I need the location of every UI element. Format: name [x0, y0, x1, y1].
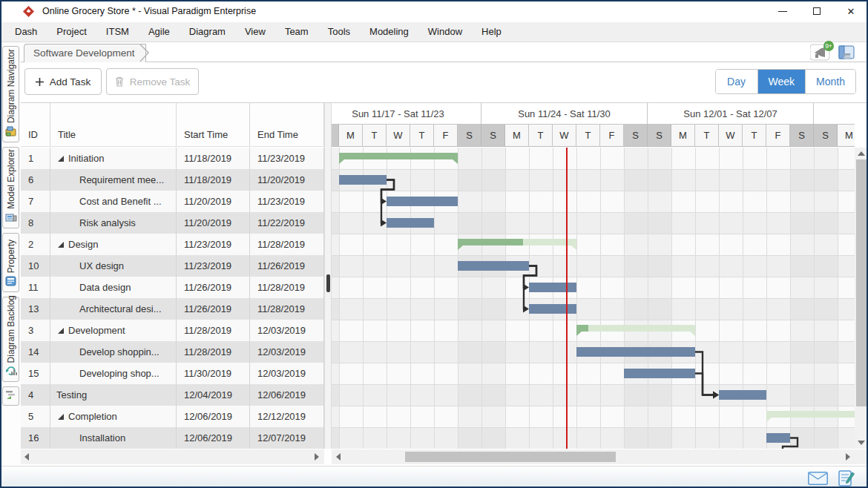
sidebar-tab-property[interactable]: Property — [2, 233, 19, 292]
table-row-task-8[interactable]: 8Risk analysis11/20/201911/22/2019 — [21, 212, 324, 234]
menu-item-agile[interactable]: Agile — [139, 22, 180, 42]
cell-end-time: 11/20/2019 — [250, 169, 324, 191]
chart-vscrollbar[interactable] — [855, 148, 868, 449]
summary-bar-5[interactable] — [766, 411, 855, 422]
cell-id: 15 — [21, 363, 50, 384]
cell-title: Develop shoppin... — [50, 341, 177, 363]
plus-icon — [36, 78, 44, 86]
table-row-task-4[interactable]: 4Testing12/04/201912/06/2019 — [21, 384, 324, 406]
task-table-header: IDTitleStart TimeEnd Time — [21, 103, 324, 147]
menu-bar: DashProjectITSMAgileDiagramViewTeamTools… — [0, 22, 868, 42]
scroll-right-icon[interactable] — [315, 453, 319, 461]
table-row-task-6[interactable]: 6Requirement mee...11/18/201911/20/2019 — [21, 169, 324, 191]
cell-start-time: 11/18/2019 — [177, 169, 250, 191]
menu-item-project[interactable]: Project — [47, 22, 96, 42]
sidebar-tab-diagram-navigator[interactable]: Diagram Navigator — [2, 46, 19, 142]
table-row-task-10[interactable]: 10UX design11/23/201911/26/2019 — [21, 255, 324, 277]
task-bar-14[interactable] — [576, 347, 695, 357]
table-row-task-13[interactable]: 13Architectural desi...11/26/201911/28/2… — [21, 298, 324, 320]
remove-task-button[interactable]: Remove Task — [106, 68, 199, 95]
column-header-title[interactable]: Title — [50, 103, 177, 146]
summary-bar-1[interactable] — [339, 153, 458, 164]
table-row-task-3[interactable]: 3Development11/28/201912/03/2019 — [21, 320, 324, 341]
task-bar-4[interactable] — [719, 390, 766, 400]
table-row-task-2[interactable]: 2Design11/23/201911/28/2019 — [21, 234, 324, 255]
menu-item-diagram[interactable]: Diagram — [180, 22, 235, 42]
task-bar-11[interactable] — [529, 283, 576, 292]
summary-bar-2[interactable] — [458, 239, 576, 250]
compose-icon[interactable] — [838, 469, 855, 487]
cell-title: Design — [50, 234, 177, 255]
scroll-right-icon[interactable] — [846, 453, 850, 461]
notification-badge: 9+ — [823, 41, 834, 51]
cell-title: UX design — [50, 255, 177, 277]
maximize-button[interactable] — [800, 0, 834, 22]
task-table-body: 1Initiation11/18/201911/23/20196Requirem… — [21, 148, 324, 449]
layout-panels-icon[interactable] — [838, 44, 856, 62]
task-bar-6[interactable] — [339, 175, 387, 185]
menu-item-team[interactable]: Team — [275, 22, 318, 42]
task-bar-16[interactable] — [766, 433, 790, 443]
cell-end-time: 12/03/2019 — [250, 341, 324, 363]
expand-collapse-icon[interactable] — [58, 242, 64, 248]
scroll-up-icon[interactable] — [858, 151, 865, 156]
sidebar-tab-diagram-backlog[interactable]: Diagram Backlog — [2, 297, 19, 382]
cell-id: 5 — [21, 406, 50, 427]
diagram-tab-software-development[interactable]: Software Development — [24, 44, 146, 62]
menu-item-help[interactable]: Help — [472, 22, 511, 42]
expand-collapse-icon[interactable] — [58, 414, 64, 420]
close-button[interactable]: ✕ — [834, 0, 868, 22]
scroll-down-icon[interactable] — [858, 441, 865, 445]
task-bar-10[interactable] — [458, 261, 529, 271]
cell-end-time: 12/03/2019 — [250, 363, 324, 384]
menu-item-window[interactable]: Window — [418, 22, 472, 42]
table-row-task-7[interactable]: 7Cost and Benefit ...11/20/201911/23/201… — [21, 191, 324, 212]
add-task-button[interactable]: Add Task — [24, 68, 102, 95]
task-bar-7[interactable] — [387, 197, 458, 206]
view-week-button[interactable]: Week — [758, 70, 806, 93]
task-bar-15[interactable] — [624, 369, 695, 378]
table-row-task-15[interactable]: 15Developing shop...11/30/201912/03/2019 — [21, 363, 324, 384]
column-header-end-time[interactable]: End Time — [250, 103, 324, 146]
day-header-cell: S — [332, 124, 339, 147]
task-bar-13[interactable] — [529, 304, 576, 314]
scroll-left-icon[interactable] — [24, 453, 29, 461]
gridline-horizontal — [332, 255, 855, 256]
table-row-task-1[interactable]: 1Initiation11/18/201911/23/2019 — [21, 148, 324, 169]
summary-bar-3[interactable] — [576, 325, 695, 336]
view-month-button[interactable]: Month — [806, 70, 855, 93]
splitter-handle[interactable] — [326, 274, 330, 292]
table-row-task-5[interactable]: 5Completion12/06/201912/12/2019 — [21, 406, 324, 427]
expand-collapse-icon[interactable] — [58, 328, 64, 334]
sidebar-tab-gantt[interactable] — [2, 386, 19, 406]
gantt-chart-icon — [5, 389, 17, 403]
sidebar-tab-model-explorer[interactable]: Model Explorer — [2, 147, 19, 228]
week-header: S — [814, 103, 855, 124]
scroll-left-icon[interactable] — [336, 453, 341, 461]
menu-item-modeling[interactable]: Modeling — [360, 22, 418, 42]
cell-id: 10 — [21, 255, 50, 277]
table-hscrollbar[interactable] — [21, 449, 324, 464]
table-row-task-16[interactable]: 16Installation12/06/201912/07/2019 — [21, 427, 324, 449]
table-row-task-11[interactable]: 11Data design11/26/201911/28/2019 — [21, 277, 324, 298]
chart-hscrollbar[interactable] — [332, 449, 855, 464]
vscroll-thumb[interactable] — [856, 159, 867, 406]
cell-start-time: 11/30/2019 — [177, 363, 250, 384]
task-bar-8[interactable] — [387, 218, 434, 228]
gantt-workspace: IDTitleStart TimeEnd Time 1Initiation11/… — [21, 103, 868, 466]
menu-item-dash[interactable]: Dash — [5, 22, 47, 42]
menu-item-tools[interactable]: Tools — [318, 22, 360, 42]
mail-icon[interactable] — [808, 472, 828, 485]
table-row-task-14[interactable]: 14Develop shoppin...11/28/201912/03/2019 — [21, 341, 324, 363]
toolbar: Add Task Remove Task DayWeekMonth — [21, 62, 868, 103]
expand-collapse-icon[interactable] — [58, 156, 64, 162]
hscroll-thumb[interactable] — [405, 452, 616, 462]
menu-item-view[interactable]: View — [235, 22, 275, 42]
view-day-button[interactable]: Day — [716, 70, 758, 93]
column-header-start-time[interactable]: Start Time — [177, 103, 250, 146]
minimize-button[interactable] — [766, 0, 800, 22]
menu-item-itsm[interactable]: ITSM — [96, 22, 139, 42]
cell-id: 7 — [21, 191, 50, 212]
notifications-icon[interactable]: 9+ — [810, 43, 832, 64]
column-header-id[interactable]: ID — [21, 103, 50, 146]
